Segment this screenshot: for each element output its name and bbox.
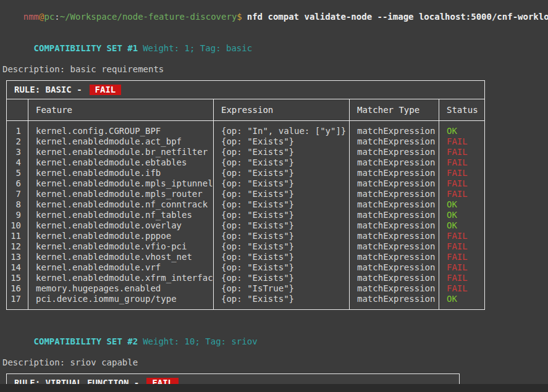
feature-cell: kernel.enabledmodule.vfio-pci [28, 241, 214, 252]
feature-cell: kernel.enabledmodule.br_netfilter [28, 147, 214, 157]
row-number-cell: 5 [7, 168, 28, 178]
status-cell: FAIL [439, 168, 484, 178]
matcher-type-cell: matchExpression [350, 273, 439, 283]
set-title: COMPATIBILITY SET #2 [34, 336, 138, 346]
matcher-type-cell: matchExpression [350, 283, 439, 294]
table-row: 12kernel.enabledmodule.vfio-pci{op: "Exi… [7, 241, 484, 252]
row-number-cell: 8 [7, 199, 28, 210]
expression-cell: {op: "Exists"} [214, 294, 350, 309]
row-number-cell: 4 [7, 157, 28, 168]
matcher-type-cell: matchExpression [350, 262, 439, 273]
row-number-cell: 2 [7, 136, 28, 147]
table-row: 4kernel.enabledmodule.ebtables{op: "Exis… [7, 157, 484, 168]
expression-cell: {op: "Exists"} [214, 220, 350, 231]
feature-cell: kernel.enabledmodule.nf_conntrack [28, 199, 214, 210]
row-number-cell: 16 [7, 283, 28, 294]
header-status: Status [439, 99, 484, 120]
feature-cell: kernel.enabledmodule.xfrm_interface [28, 273, 214, 283]
expression-cell: {op: "Exists"} [214, 136, 350, 147]
header-expression: Expression [214, 99, 350, 120]
row-number-cell: 14 [7, 262, 28, 273]
feature-cell: kernel.enabledmodule.ebtables [28, 157, 214, 168]
expression-cell: {op: "Exists"} [214, 157, 350, 168]
row-number-cell: 15 [7, 273, 28, 283]
prompt-colon: : [54, 12, 59, 22]
feature-cell: kernel.enabledmodule.vhost_net [28, 252, 214, 262]
feature-cell: kernel.enabledmodule.overlay [28, 220, 214, 231]
feature-cell: kernel.enabledmodule.act_bpf [28, 136, 214, 147]
set-title-line: COMPATIBILITY SET #2Weight: 10; Tag: sri… [2, 326, 548, 357]
row-number-cell: 17 [7, 294, 28, 309]
table-row: 8kernel.enabledmodule.nf_conntrack{op: "… [7, 199, 484, 210]
rule-name: RULE: BASIC - [14, 85, 82, 95]
table-row: 10kernel.enabledmodule.overlay{op: "Exis… [7, 220, 484, 231]
feature-cell: kernel.enabledmodule.mpls_router [28, 189, 214, 199]
matcher-type-cell: matchExpression [350, 147, 439, 157]
status-cell: FAIL [439, 252, 484, 262]
prompt-dollar: $ [237, 12, 242, 22]
matcher-type-cell: matchExpression [350, 210, 439, 220]
expression-cell: {op: "Exists"} [214, 199, 350, 210]
matcher-type-cell: matchExpression [350, 220, 439, 231]
table-row: 13kernel.enabledmodule.vhost_net{op: "Ex… [7, 252, 484, 262]
matcher-type-cell: matchExpression [350, 136, 439, 147]
row-number-cell: 7 [7, 189, 28, 199]
row-number-cell: 3 [7, 147, 28, 157]
set-description: Description: sriov capable [2, 357, 548, 368]
status-cell: FAIL [439, 157, 484, 168]
matcher-type-cell: matchExpression [350, 241, 439, 252]
table-row: 15kernel.enabledmodule.xfrm_interface{op… [7, 273, 484, 283]
header-feature: Feature [28, 99, 214, 120]
matcher-type-cell: matchExpression [350, 252, 439, 262]
expression-cell: {op: "Exists"} [214, 178, 350, 189]
status-cell: FAIL [439, 189, 484, 199]
set-weight-tag: Weight: 10; Tag: sriov [143, 336, 257, 346]
status-cell: OK [439, 220, 484, 231]
row-number-cell: 6 [7, 178, 28, 189]
table-row: 7kernel.enabledmodule.mpls_router{op: "E… [7, 189, 484, 199]
matcher-type-cell: matchExpression [350, 178, 439, 189]
matcher-type-cell: matchExpression [350, 231, 439, 241]
table-row: 14kernel.enabledmodule.vrf{op: "Exists"}… [7, 262, 484, 273]
table-header-row: Feature Expression Matcher Type Status [7, 99, 484, 121]
set-title-line: COMPATIBILITY SET #1Weight: 1; Tag: basi… [2, 33, 548, 64]
prompt-hostname: pc [44, 12, 54, 22]
matcher-type-cell: matchExpression [350, 168, 439, 178]
compatibility-set-2: COMPATIBILITY SET #2Weight: 10; Tag: sri… [2, 326, 548, 392]
matcher-type-cell: matchExpression [350, 189, 439, 199]
table-row: 2kernel.enabledmodule.act_bpf{op: "Exist… [7, 136, 484, 147]
row-number-cell: 1 [7, 121, 28, 136]
status-cell: FAIL [439, 136, 484, 147]
rule-table-basic: RULE: BASIC - FAIL Feature Expression Ma… [6, 80, 485, 310]
table-row: 6kernel.enabledmodule.mpls_iptunnel{op: … [7, 178, 484, 189]
table-row: 3kernel.enabledmodule.br_netfilter{op: "… [7, 147, 484, 157]
status-cell: FAIL [439, 241, 484, 252]
set-title: COMPATIBILITY SET #1 [34, 43, 138, 53]
expression-cell: {op: "Exists"} [214, 262, 350, 273]
rule-status-badge: FAIL [90, 85, 122, 95]
table-body: 1kernel.config.CGROUP_BPF{op: "In", valu… [7, 121, 484, 309]
table-row: 17pci.device.iommu_group/type{op: "Exist… [7, 294, 484, 309]
expression-cell: {op: "Exists"} [214, 273, 350, 283]
expression-cell: {op: "Exists"} [214, 210, 350, 220]
status-cell: FAIL [439, 283, 484, 294]
feature-cell: kernel.enabledmodule.vrf [28, 262, 214, 273]
status-cell: OK [439, 294, 484, 309]
set-description: Description: basic requirements [2, 64, 548, 75]
matcher-type-cell: matchExpression [350, 157, 439, 168]
status-cell: FAIL [439, 273, 484, 283]
typed-command: nfd compat validate-node --image localho… [247, 12, 548, 22]
row-number-cell: 9 [7, 210, 28, 220]
expression-cell: {op: "Exists"} [214, 168, 350, 178]
expression-cell: {op: "IsTrue"} [214, 283, 350, 294]
feature-cell: kernel.enabledmodule.mpls_iptunnel [28, 178, 214, 189]
status-cell: FAIL [439, 178, 484, 189]
header-matcher-type: Matcher Type [350, 99, 439, 120]
expression-cell: {op: "Exists"} [214, 252, 350, 262]
header-index [7, 99, 28, 120]
status-cell: FAIL [439, 262, 484, 273]
feature-cell: kernel.enabledmodule.pppoe [28, 231, 214, 241]
terminal-window[interactable]: nmm@pc:~/Workspace/node-feature-discover… [0, 0, 548, 392]
compatibility-set-1: COMPATIBILITY SET #1Weight: 1; Tag: basi… [2, 33, 548, 310]
status-cell: OK [439, 121, 484, 136]
